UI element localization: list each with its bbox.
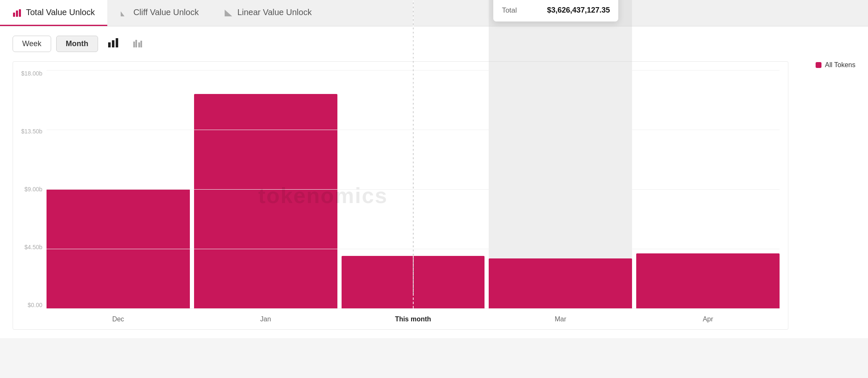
bar-jan-label: Jan <box>260 315 271 323</box>
svg-rect-6 <box>112 40 114 47</box>
y-label-4: $13.50b <box>13 128 46 135</box>
this-month-dashed-line <box>413 0 414 308</box>
svg-rect-10 <box>138 42 140 47</box>
legend-label: All Tokens <box>825 61 855 69</box>
svg-marker-4 <box>225 10 232 16</box>
tooltip-timezone: UTC + 00:00 <box>572 0 610 1</box>
svg-rect-11 <box>140 41 142 47</box>
tooltip-date: Mar 2025 <box>502 0 530 1</box>
app-container: Total Value Unlock Cliff Value Unlock Li… <box>0 0 868 338</box>
tab-bar: Total Value Unlock Cliff Value Unlock Li… <box>0 0 868 26</box>
chart-area: tokenomics $18.00b $13.50b $9.00b $4.50b… <box>13 61 788 330</box>
svg-rect-7 <box>116 38 118 47</box>
tooltip-total-row: Total $3,626,437,127.35 <box>502 6 610 15</box>
chart-legend: All Tokens <box>816 61 855 69</box>
y-label-3: $9.00b <box>13 186 46 193</box>
y-label-2: $4.50b <box>13 244 46 250</box>
tab-total-label: Total Value Unlock <box>26 8 95 17</box>
chart-tooltip: Mar 2025 UTC + 00:00 Total $3,626,437,12… <box>493 0 619 22</box>
svg-rect-1 <box>16 10 18 17</box>
grouped-chart-button[interactable] <box>128 35 148 53</box>
tab-cliff-value-unlock[interactable]: Cliff Value Unlock <box>107 0 211 26</box>
cliff-icon <box>120 8 129 17</box>
tab-total-value-unlock[interactable]: Total Value Unlock <box>0 0 107 26</box>
tab-linear-label: Linear Value Unlock <box>237 8 312 17</box>
month-button[interactable]: Month <box>56 36 98 52</box>
svg-rect-0 <box>13 13 15 17</box>
legend-dot <box>816 62 821 68</box>
tab-linear-value-unlock[interactable]: Linear Value Unlock <box>211 0 324 26</box>
grid-line-bottom <box>47 308 780 309</box>
tab-cliff-label: Cliff Value Unlock <box>133 8 199 17</box>
bar-this-month-label: This month <box>395 315 431 323</box>
y-label-5: $18.00b <box>13 70 46 77</box>
y-label-1: $0.00 <box>13 302 46 308</box>
svg-rect-2 <box>19 9 21 17</box>
bar-mar-label: Mar <box>555 315 567 323</box>
tooltip-total-label: Total <box>502 6 517 15</box>
bar-apr-label: Apr <box>703 315 713 323</box>
main-content: Week Month <box>0 26 868 338</box>
svg-rect-5 <box>108 42 111 47</box>
tooltip-header: Mar 2025 UTC + 00:00 <box>502 0 610 1</box>
week-button[interactable]: Week <box>13 36 51 52</box>
bar-dec-label: Dec <box>112 315 124 323</box>
svg-rect-8 <box>133 42 135 47</box>
svg-marker-3 <box>121 11 124 16</box>
total-chart-icon <box>13 8 22 17</box>
tooltip-total-value: $3,626,437,127.35 <box>547 6 610 15</box>
bar-chart-button[interactable] <box>103 35 123 53</box>
bar-mar-fill <box>489 258 632 308</box>
y-axis: $18.00b $13.50b $9.00b $4.50b $0.00 <box>13 70 46 308</box>
controls-bar: Week Month <box>13 35 855 53</box>
chart-wrapper: All Tokens tokenomics $18.00b $13.50b $9… <box>13 61 855 330</box>
linear-icon <box>224 8 233 17</box>
svg-rect-9 <box>135 40 137 47</box>
